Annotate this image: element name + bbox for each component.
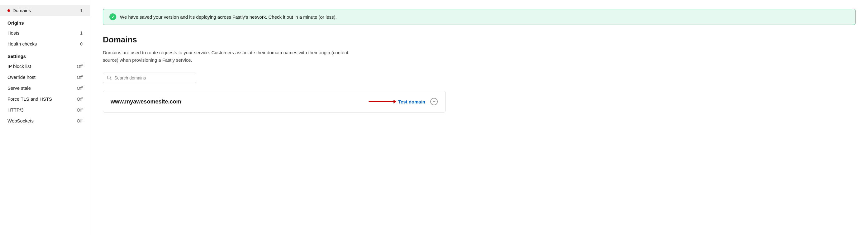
- active-dot-icon: [7, 9, 10, 12]
- search-icon: [107, 76, 112, 80]
- sidebar-item-domains-label: Domains: [12, 8, 31, 13]
- domain-name: www.myawesomesite.com: [111, 98, 181, 105]
- success-banner: ✓ We have saved your version and it's de…: [103, 9, 856, 25]
- svg-line-1: [110, 79, 112, 80]
- sidebar-item-force-tls-label: Force TLS and HSTS: [7, 96, 52, 101]
- sidebar-item-serve-stale[interactable]: Serve stale Off: [0, 83, 90, 93]
- sidebar-item-hosts-label: Hosts: [7, 30, 19, 35]
- sidebar-item-ip-block-list[interactable]: IP block list Off: [0, 61, 90, 72]
- sidebar-item-force-tls-value: Off: [77, 97, 83, 101]
- arrow-decoration: [369, 100, 396, 104]
- sidebar-item-health-checks-value: 0: [80, 41, 83, 47]
- sidebar-item-websockets-label: WebSockets: [7, 118, 34, 123]
- page-title: Domains: [103, 35, 856, 45]
- domain-actions: Test domain −: [369, 98, 438, 105]
- sidebar-item-health-checks-label: Health checks: [7, 41, 37, 47]
- sidebar-item-domains[interactable]: Domains 1: [0, 5, 90, 16]
- sidebar-item-hosts[interactable]: Hosts 1: [0, 27, 90, 38]
- sidebar-item-force-tls[interactable]: Force TLS and HSTS Off: [0, 93, 90, 105]
- sidebar-item-override-host-value: Off: [77, 75, 83, 80]
- success-icon: ✓: [110, 13, 116, 20]
- page-description: Domains are used to route requests to yo…: [103, 49, 358, 64]
- arrow-shaft: [369, 101, 394, 102]
- sidebar-section-settings: Settings: [0, 49, 90, 61]
- success-banner-message: We have saved your version and it's depl…: [120, 14, 337, 20]
- test-domain-arrow-row: Test domain: [369, 99, 425, 105]
- main-content: ✓ We have saved your version and it's de…: [90, 0, 868, 235]
- sidebar-item-override-host[interactable]: Override host Off: [0, 72, 90, 83]
- test-domain-link[interactable]: Test domain: [398, 99, 425, 105]
- sidebar-item-hosts-value: 1: [80, 31, 83, 35]
- sidebar-item-http3-value: Off: [77, 108, 83, 113]
- sidebar: Domains 1 Origins Hosts 1 Health checks …: [0, 0, 90, 235]
- sidebar-item-ip-block-list-label: IP block list: [7, 64, 31, 69]
- sidebar-item-websockets-value: Off: [77, 118, 83, 123]
- sidebar-section-origins: Origins: [0, 16, 90, 27]
- sidebar-item-websockets[interactable]: WebSockets Off: [0, 115, 90, 126]
- sidebar-item-serve-stale-label: Serve stale: [7, 85, 31, 91]
- arrow-head: [394, 100, 396, 104]
- domain-card: www.myawesomesite.com Test domain −: [103, 91, 445, 113]
- sidebar-item-override-host-label: Override host: [7, 75, 35, 80]
- sidebar-item-domains-count: 1: [80, 8, 83, 13]
- sidebar-item-http3[interactable]: HTTP/3 Off: [0, 105, 90, 115]
- search-container: [103, 72, 856, 83]
- sidebar-item-http3-label: HTTP/3: [7, 107, 24, 113]
- remove-domain-button[interactable]: −: [430, 98, 438, 105]
- sidebar-item-serve-stale-value: Off: [77, 86, 83, 91]
- search-input[interactable]: [114, 76, 192, 80]
- search-input-wrapper[interactable]: [103, 72, 196, 83]
- sidebar-item-ip-block-list-value: Off: [77, 64, 83, 69]
- sidebar-item-health-checks[interactable]: Health checks 0: [0, 38, 90, 49]
